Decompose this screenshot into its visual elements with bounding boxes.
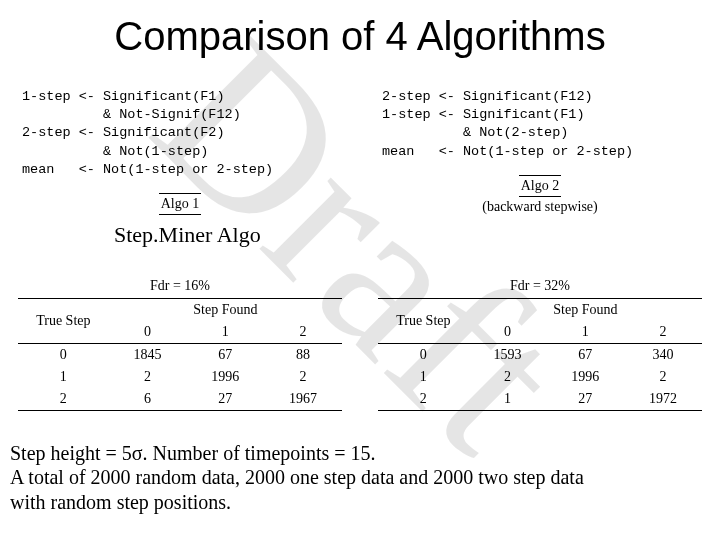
cell: 0 xyxy=(378,344,469,367)
th-sub: 1 xyxy=(546,321,624,344)
cell: 67 xyxy=(186,344,264,367)
caption-line2: A total of 2000 random data, 2000 one st… xyxy=(10,466,584,488)
cell: 2 xyxy=(264,366,342,388)
table-block-left: Fdr = 16% True Step Step Found 0 1 2 0 1… xyxy=(0,278,360,411)
algo-label-right: Algo 2 xyxy=(519,175,562,197)
cell: 1845 xyxy=(109,344,187,367)
th-truestep: True Step xyxy=(378,299,469,344)
cell: 67 xyxy=(546,344,624,367)
overlay-stepminer: Step.Miner Algo xyxy=(114,222,261,248)
watermark-text: Draft xyxy=(106,0,613,499)
th-sub: 0 xyxy=(109,321,187,344)
code-left: 1-step <- Significant(F1) & Not-Signif(F… xyxy=(22,88,342,179)
caption: Step height = 5σ. Number of timepoints =… xyxy=(10,441,710,514)
pseudocode-panels: 1-step <- Significant(F1) & Not-Signif(F… xyxy=(0,84,720,217)
cell: 88 xyxy=(264,344,342,367)
caption-line1: Step height = 5σ. Number of timepoints =… xyxy=(10,442,376,464)
algo-label-wrap-right: Algo 2 (backward stepwise) xyxy=(378,175,702,215)
cell: 1972 xyxy=(624,388,702,411)
table-right: True Step Step Found 0 1 2 0 1593 67 340… xyxy=(378,298,702,411)
panel-left: 1-step <- Significant(F1) & Not-Signif(F… xyxy=(0,84,360,217)
th-sub: 2 xyxy=(264,321,342,344)
cell: 2 xyxy=(469,366,547,388)
cell: 1996 xyxy=(546,366,624,388)
algo-label-left: Algo 1 xyxy=(159,193,202,215)
cell: 340 xyxy=(624,344,702,367)
th-truestep: True Step xyxy=(18,299,109,344)
fdr-left: Fdr = 16% xyxy=(18,278,342,294)
cell: 2 xyxy=(624,366,702,388)
table-left: True Step Step Found 0 1 2 0 1845 67 88 … xyxy=(18,298,342,411)
cell: 1 xyxy=(469,388,547,411)
algo-sub-right: (backward stepwise) xyxy=(378,199,702,215)
cell: 6 xyxy=(109,388,187,411)
th-sub: 2 xyxy=(624,321,702,344)
algo-label-wrap-left: Algo 1 xyxy=(18,193,342,215)
cell: 2 xyxy=(378,388,469,411)
cell: 27 xyxy=(186,388,264,411)
cell: 2 xyxy=(109,366,187,388)
th-stepfound: Step Found xyxy=(109,299,342,322)
cell: 27 xyxy=(546,388,624,411)
tables-row: Fdr = 16% True Step Step Found 0 1 2 0 1… xyxy=(0,278,720,411)
th-stepfound: Step Found xyxy=(469,299,702,322)
panel-right: 2-step <- Significant(F12) 1-step <- Sig… xyxy=(360,84,720,217)
cell: 0 xyxy=(18,344,109,367)
page-title: Comparison of 4 Algorithms xyxy=(0,14,720,59)
cell: 1996 xyxy=(186,366,264,388)
cell: 2 xyxy=(18,388,109,411)
cell: 1 xyxy=(18,366,109,388)
fdr-right: Fdr = 32% xyxy=(378,278,702,294)
th-sub: 0 xyxy=(469,321,547,344)
table-block-right: Fdr = 32% True Step Step Found 0 1 2 0 1… xyxy=(360,278,720,411)
cell: 1593 xyxy=(469,344,547,367)
cell: 1967 xyxy=(264,388,342,411)
cell: 1 xyxy=(378,366,469,388)
th-sub: 1 xyxy=(186,321,264,344)
code-right: 2-step <- Significant(F12) 1-step <- Sig… xyxy=(382,88,702,161)
caption-line3: with random step positions. xyxy=(10,491,231,513)
